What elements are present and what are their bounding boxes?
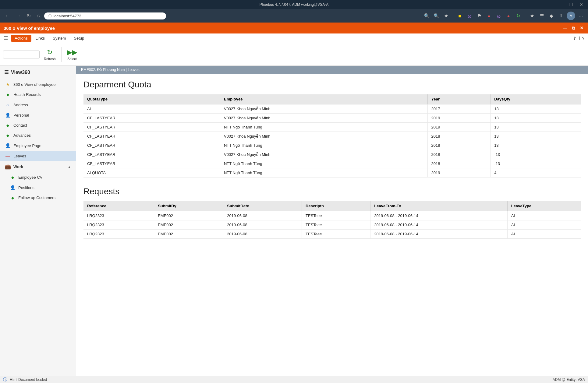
tab-icon-4[interactable]: ● [485, 12, 493, 20]
toolbar: ↻ Refresh ▶▶ Select [0, 43, 588, 66]
content-inner: Deparment Quota QuotaType Employee Year … [76, 74, 588, 254]
share-icon[interactable]: ⇧ [557, 12, 565, 20]
browser-window-controls[interactable]: — ❐ ✕ [557, 2, 585, 8]
requests-section-title: Requests [83, 187, 581, 196]
maximize-button[interactable]: ❐ [568, 2, 575, 8]
diamond-icon-advances: ◆ [5, 133, 10, 138]
chevron-down-icon[interactable]: ⇩ [578, 36, 581, 40]
days-qty-cell: 13 [491, 104, 581, 114]
sidebar-item-employee-page[interactable]: 👤 Employee Page [0, 140, 76, 151]
leave-from-to-cell: 2019-06-08 - 2019-06-14 [370, 230, 508, 239]
diamond-icon-health: ◆ [5, 93, 10, 97]
shield-icon[interactable]: ◆ [547, 12, 556, 20]
table-row[interactable]: ALQUOTA NTT Ngô Thanh Tùng 2019 4 [83, 168, 581, 177]
select-label: Select [67, 57, 77, 61]
refresh-button[interactable]: ↻ Refresh [41, 47, 59, 62]
refresh-browser-button[interactable]: ↻ [25, 12, 33, 20]
zoom-icon[interactable]: 🔍 [432, 12, 441, 20]
table-row[interactable]: LRQ2323 EME002 2019-06-08 TESTeee 2019-0… [83, 220, 581, 230]
app-restore-button[interactable]: ⧉ [570, 25, 576, 31]
year-cell: 2019 [427, 123, 491, 132]
sidebar-item-employee-cv[interactable]: ◆ Employee CV [5, 172, 76, 182]
divider2 [525, 13, 525, 19]
table-row[interactable]: LRQ2323 EME002 2019-06-08 TESTeee 2019-0… [83, 211, 581, 220]
table-row[interactable]: AL V0027 Khoa Nguyễn Minh 2017 13 [83, 104, 581, 114]
sidebar-section-work[interactable]: 💼 Work ▲ [0, 161, 76, 172]
tab-icon-3[interactable]: ⚑ [475, 12, 484, 20]
person-icon-employee: 👤 [5, 143, 10, 148]
days-qty-cell: 13 [491, 132, 581, 141]
sidebar-header: ☰ View360 [0, 66, 76, 79]
quota-col-days: DaysQty [491, 94, 581, 104]
back-button[interactable]: ← [3, 12, 12, 20]
sidebar-item-360view[interactable]: ★ 360 o View of employee [0, 79, 76, 90]
sidebar-item-positions[interactable]: 👤 Positions [5, 182, 76, 193]
select-icon: ▶▶ [67, 48, 77, 56]
url-text: localhost:54772 [54, 14, 81, 18]
submit-date-cell: 2019-06-08 [223, 220, 302, 230]
req-col-submitby: SubmitBy [154, 201, 223, 211]
more-options-icon[interactable]: ⋯ [576, 12, 585, 20]
year-cell: 2018 [427, 141, 491, 150]
status-bar: ⓘ Html Document loaded ADM @ Entity: VSA [0, 376, 588, 383]
collections-icon[interactable]: ☰ [537, 12, 546, 20]
submit-date-cell: 2019-06-08 [223, 211, 302, 220]
table-row[interactable]: LRQ2323 EME002 2019-06-08 TESTeee 2019-0… [83, 230, 581, 239]
descriptn-cell: TESTeee [302, 230, 370, 239]
reference-cell: LRQ2323 [83, 220, 154, 230]
forward-button[interactable]: → [14, 12, 23, 20]
search-toolbar-icon[interactable]: 🔍 [422, 12, 431, 20]
table-row[interactable]: CF_LASTYEAR V0027 Khoa Nguyễn Minh 2018 … [83, 132, 581, 141]
home-button[interactable]: ⌂ [35, 12, 42, 20]
tab-icon-5[interactable]: ω [494, 12, 503, 20]
minimize-button[interactable]: — [557, 2, 565, 8]
employee-cell: V0027 Khoa Nguyễn Minh [220, 104, 427, 114]
address-bar[interactable]: ⓘ localhost:54772 [44, 12, 166, 19]
app-minimize-button[interactable]: — [561, 25, 569, 31]
work-icon: 💼 [5, 164, 11, 170]
tab-icon-7[interactable]: ↻ [514, 12, 522, 20]
bookmark-icon[interactable]: ★ [442, 12, 450, 20]
app-header-controls[interactable]: — ⧉ ✕ [561, 25, 585, 31]
table-row[interactable]: CF_LASTYEAR NTT Ngô Thanh Tùng 2018 13 [83, 141, 581, 150]
favorites-icon[interactable]: ★ [528, 12, 536, 20]
req-col-leavetype: LeaveType [507, 201, 581, 211]
select-button[interactable]: ▶▶ Select [64, 47, 80, 62]
tab-icon-2[interactable]: ω [465, 12, 474, 20]
employee-cell: V0027 Khoa Nguyễn Minh [220, 150, 427, 159]
app-title: 360 o View of employee [4, 26, 55, 31]
help-icon[interactable]: ? [582, 36, 584, 40]
chevron-up-icon[interactable]: ⇧ [573, 36, 576, 40]
app-close-button[interactable]: ✕ [578, 25, 585, 31]
sidebar-item-leaves[interactable]: — Leaves [0, 151, 76, 161]
menu-links[interactable]: Links [32, 35, 48, 42]
sidebar-item-contact[interactable]: ◆ Contact [0, 120, 76, 130]
hamburger-icon[interactable]: ☰ [1, 35, 10, 41]
table-row[interactable]: CF_LASTYEAR V0027 Khoa Nguyễn Minh 2018 … [83, 150, 581, 159]
quota-section-title: Deparment Quota [83, 80, 581, 90]
search-input[interactable] [3, 51, 40, 58]
browser-navbar: ← → ↻ ⌂ ⓘ localhost:54772 🔍 🔍 ★ ■ ω ⚑ ● … [0, 9, 588, 23]
sidebar-item-personal[interactable]: 👤 Personal [0, 110, 76, 120]
leave-type-cell: AL [507, 211, 581, 220]
table-row[interactable]: CF_LASTYEAR V0027 Khoa Nguyễn Minh 2019 … [83, 114, 581, 123]
tab-icon-1[interactable]: ■ [455, 12, 464, 20]
sidebar-item-health-records[interactable]: ◆ Health Records [0, 90, 76, 100]
profile-avatar[interactable]: A [567, 12, 575, 20]
sidebar-item-follow-customers[interactable]: ◆ Follow up Customers [5, 193, 76, 203]
menu-system[interactable]: System [49, 35, 69, 42]
sidebar-item-employee-label: Employee Page [13, 143, 41, 148]
sidebar-item-advances[interactable]: ◆ Advances [0, 130, 76, 140]
employee-cell: NTT Ngô Thanh Tùng [220, 141, 427, 150]
tab-icon-6[interactable]: ● [504, 12, 513, 20]
days-qty-cell: 13 [491, 141, 581, 150]
req-col-submitdate: SubmitDate [223, 201, 302, 211]
menu-setup[interactable]: Setup [70, 35, 88, 42]
sidebar-item-address[interactable]: ⌂ Address [0, 100, 76, 110]
toolbar-separator [61, 47, 62, 62]
menu-actions[interactable]: Actions [11, 35, 31, 42]
table-row[interactable]: CF_LASTYEAR NTT Ngô Thanh Tùng 2018 -13 [83, 159, 581, 168]
close-button[interactable]: ✕ [578, 2, 585, 8]
quota-table: QuotaType Employee Year DaysQty AL V0027… [83, 94, 581, 177]
table-row[interactable]: CF_LASTYEAR NTT Ngô Thanh Tùng 2019 13 [83, 123, 581, 132]
